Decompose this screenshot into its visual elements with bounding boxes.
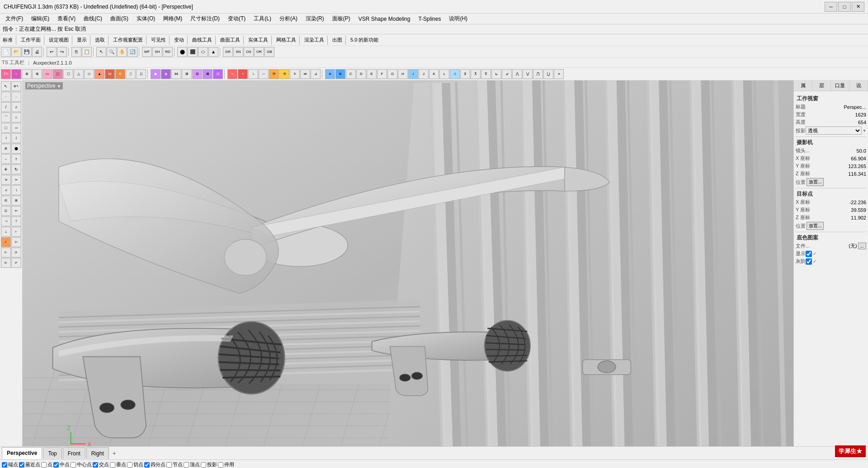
left-e1-btn[interactable]: ⊟	[1, 196, 11, 206]
ortho-btn[interactable]: OR	[254, 47, 264, 57]
rpanel-tab-layer[interactable]: 层	[812, 80, 831, 91]
menu-surface[interactable]: 曲面(S)	[107, 14, 132, 23]
aux-btn-2[interactable]: B	[335, 69, 345, 79]
aux-btn-7[interactable]: G	[387, 69, 397, 79]
minimize-button[interactable]: ─	[825, 2, 837, 12]
left-scale-btn[interactable]: ⇲	[1, 175, 11, 185]
snap-btn[interactable]: SN	[233, 47, 243, 57]
menu-panel[interactable]: 面板(P)	[329, 14, 354, 23]
menu-analysis[interactable]: 分析(A)	[276, 14, 301, 23]
vp-tab-top[interactable]: Top	[43, 447, 61, 459]
aux-btn-9[interactable]: I	[408, 69, 418, 79]
left-plane-btn[interactable]: ▭	[11, 123, 21, 133]
snap-center-cb[interactable]	[71, 462, 76, 468]
ts-btn-6[interactable]: ▢	[53, 69, 63, 79]
snap-endpoint-cb[interactable]	[2, 462, 7, 468]
redo-btn[interactable]: ↪	[57, 47, 67, 57]
aux-btn-14[interactable]: ⊻	[460, 69, 470, 79]
left-point-btn[interactable]: ·	[1, 92, 11, 102]
snap-mid-cb[interactable]	[53, 462, 59, 468]
left-e3-btn[interactable]: ⊡	[1, 206, 11, 216]
wire-btn[interactable]: WF	[142, 47, 152, 57]
select-btn[interactable]: ↖	[96, 47, 106, 57]
rotate-btn[interactable]: 🔄	[127, 47, 137, 57]
snap-quad-cb[interactable]	[144, 462, 150, 468]
vp-tab-perspective[interactable]: Perspective	[2, 447, 42, 459]
aux-btn-19[interactable]: ⋀	[512, 69, 522, 79]
aux-btn-16[interactable]: ⊽	[481, 69, 491, 79]
snap-perp-cb[interactable]	[110, 462, 115, 468]
ts-btn-21[interactable]: ⊡	[213, 69, 223, 79]
viewport-label[interactable]: Perspective ▼	[25, 82, 63, 89]
pan-btn[interactable]: ✋	[117, 47, 127, 57]
undo-btn[interactable]: ↩	[47, 47, 57, 57]
snap-intersect-cb[interactable]	[93, 462, 98, 468]
vp-tab-add[interactable]: +	[110, 449, 119, 458]
left-circ-btn[interactable]: ○	[11, 112, 21, 122]
ts-btn-14[interactable]: ⌸	[136, 69, 146, 79]
menu-tsplines[interactable]: T-Splines	[415, 15, 444, 23]
left-e10-btn[interactable]: ⊨	[11, 237, 21, 247]
ts-btn-27[interactable]: ⟲	[279, 69, 289, 79]
ts-btn-26[interactable]: ⟳	[269, 69, 279, 79]
menu-vsr[interactable]: VSR Shape Modeling	[355, 15, 414, 23]
ts-btn-3[interactable]: ⊕	[22, 69, 32, 79]
menu-edit[interactable]: 编辑(E)	[28, 14, 53, 23]
ts-btn-15[interactable]: ◆	[151, 69, 160, 79]
paste-btn[interactable]: 📋	[82, 47, 92, 57]
left-e12-btn[interactable]: ⊪	[11, 248, 21, 257]
menu-render[interactable]: 渲染(R)	[302, 14, 328, 23]
ts-btn-8[interactable]: △	[74, 69, 84, 79]
save-btn[interactable]: 💾	[22, 47, 32, 57]
aux-btn-1[interactable]: A	[325, 69, 335, 79]
left-diff-btn[interactable]: ∖	[11, 185, 21, 195]
cyl-btn[interactable]: ⬭	[198, 47, 208, 57]
left-e11-btn[interactable]: ⊩	[1, 248, 11, 257]
left-solid-btn[interactable]: ⬤	[11, 144, 21, 154]
pos-target-btn[interactable]: 放置...	[807, 222, 824, 230]
menu-dimension[interactable]: 尺寸标注(D)	[187, 14, 223, 23]
left-multipt-btn[interactable]: ··	[11, 92, 21, 102]
menu-view[interactable]: 查看(V)	[54, 14, 79, 23]
render-btn[interactable]: RD	[163, 47, 173, 57]
aux-btn-4[interactable]: D	[356, 69, 366, 79]
aux-btn-22[interactable]: ⋃	[543, 69, 553, 79]
left-move-btn[interactable]: ✛	[1, 164, 11, 174]
osnap-btn[interactable]: OS	[244, 47, 254, 57]
left-e2-btn[interactable]: ⊠	[11, 196, 21, 206]
aux-btn-23[interactable]: ⋄	[554, 69, 564, 79]
left-note-btn[interactable]: T	[11, 154, 21, 164]
snap-point-cb[interactable]	[41, 462, 47, 468]
pos-camera-btn[interactable]: 放置...	[807, 178, 824, 186]
ts-btn-17[interactable]: ⋈	[171, 69, 181, 79]
left-line-btn[interactable]: /	[1, 102, 11, 112]
left-e5-btn[interactable]: ⊣	[1, 216, 11, 226]
aux-btn-13[interactable]: ⊹	[450, 69, 460, 79]
ts-btn-16[interactable]: ◈	[161, 69, 171, 79]
left-surf-btn[interactable]: ⌇	[1, 133, 11, 143]
cone-btn[interactable]: ▲	[208, 47, 218, 57]
ts-btn-1[interactable]: TS	[1, 69, 11, 79]
box-btn[interactable]: ⬛	[188, 47, 198, 57]
ts-btn-25[interactable]: ↔	[259, 69, 269, 79]
ts-btn-22[interactable]: ×	[227, 69, 237, 79]
projection-select[interactable]: 透视 平行	[806, 126, 862, 135]
aux-btn-8[interactable]: H	[398, 69, 408, 79]
snap-vertex-cb[interactable]	[184, 462, 189, 468]
left-dim-btn[interactable]: ↔	[1, 154, 11, 164]
rpanel-tab-help[interactable]: 说	[849, 80, 868, 91]
gray-checkbox[interactable]	[806, 258, 812, 265]
snap-knot-cb[interactable]	[166, 462, 172, 468]
aux-btn-10[interactable]: J	[419, 69, 429, 79]
perspective-viewport[interactable]: Perspective ▼	[23, 80, 793, 446]
show-checkbox[interactable]	[806, 251, 812, 257]
open-btn[interactable]: 📂	[11, 47, 21, 57]
left-mesh-btn[interactable]: ⊞	[1, 144, 11, 154]
menu-tools[interactable]: 工具(L)	[250, 14, 275, 23]
left-e9-btn[interactable]: ⊧	[1, 237, 11, 247]
snap-disable-cb[interactable]	[218, 462, 223, 468]
ts-btn-19[interactable]: ⊟	[192, 69, 202, 79]
rpanel-tab-display[interactable]: 口显	[831, 80, 849, 91]
ts-btn-2[interactable]: ○	[11, 69, 21, 79]
left-loft-btn[interactable]: ⌈	[11, 133, 21, 143]
